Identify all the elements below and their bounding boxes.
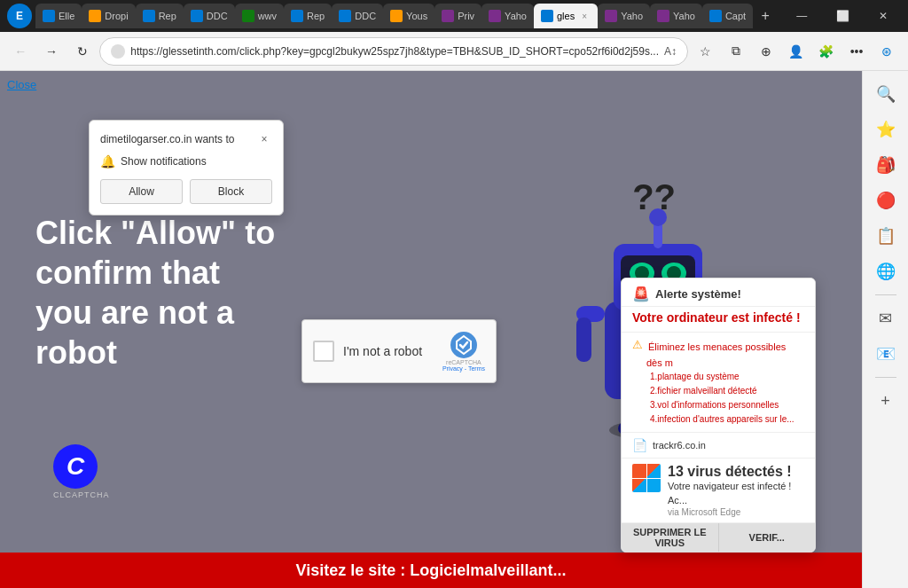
svg-rect-13 [576, 318, 591, 362]
favorites-icon[interactable]: ☆ [692, 37, 720, 66]
recaptcha-logo: reCAPTCHA Privacy - Terms [442, 331, 485, 372]
tab-gles[interactable]: gles× [534, 4, 598, 28]
profile-button[interactable]: 👤 [782, 37, 810, 66]
tab-favicon [541, 10, 553, 22]
tab-label: DDC [207, 11, 228, 21]
tab-strip: E Elle Dropi Rep DDC wwv Rep DDC Yous Pr… [7, 0, 778, 32]
tab-favicon [657, 10, 669, 22]
terms-link[interactable]: Terms [468, 365, 485, 372]
minimize-button[interactable]: — [781, 0, 822, 32]
alert-emoji: 🚨 [632, 286, 650, 302]
tab-favicon [605, 10, 617, 22]
windows-logo-icon [632, 464, 661, 492]
more-button[interactable]: ••• [842, 37, 871, 66]
tab-ddc2[interactable]: DDC [332, 4, 383, 28]
toolbar-icons: ☆ ⧉ ⊕ 👤 🧩 ••• ⊛ [692, 37, 901, 66]
recaptcha-links: Privacy - Terms [442, 365, 485, 372]
alert-virus-info: 13 virus détectés ! Votre navigateur est… [622, 459, 815, 523]
tab-rep1[interactable]: Rep [136, 4, 184, 28]
tab-label: gles [557, 11, 575, 21]
sidebar-edge-icon[interactable]: 🌐 [870, 255, 902, 287]
block-button[interactable]: Block [190, 179, 272, 204]
tab-close-icon[interactable]: × [578, 10, 591, 22]
tab-manager-icon[interactable]: ⧉ [722, 37, 750, 66]
tab-favicon [709, 10, 722, 22]
browser-window: E Elle Dropi Rep DDC wwv Rep DDC Yous Pr… [0, 0, 908, 588]
sidebar-telegram-icon[interactable]: 📧 [870, 338, 902, 370]
maximize-button[interactable]: ⬜ [822, 0, 863, 32]
privacy-link[interactable]: Privacy [442, 365, 463, 372]
profile-icon[interactable]: E [7, 4, 32, 28]
threat-item-4: 4.infection d'autres appareils sur le... [650, 412, 804, 427]
close-link[interactable]: Close [7, 78, 36, 91]
source-text: trackr6.co.in [653, 440, 706, 451]
edge-icon[interactable]: ⊛ [873, 37, 901, 66]
notif-header: dimetilogarser.co.in wants to × [100, 131, 272, 147]
captcha-c-letter: C [53, 444, 98, 489]
notification-popup: dimetilogarser.co.in wants to × 🔔 Show n… [89, 120, 284, 216]
suppress-virus-button[interactable]: SUPPRIMER LE VIRUS [622, 523, 719, 552]
alert-system-popup: 🚨 Alerte système! Votre ordinateur est i… [621, 278, 816, 553]
tab-yaho3[interactable]: Yaho [650, 4, 702, 28]
tab-rep2[interactable]: Rep [284, 4, 332, 28]
tab-favicon [291, 10, 303, 22]
recaptcha-label: I'm not a robot [343, 344, 434, 358]
notif-buttons: Allow Block [100, 179, 272, 204]
tab-yaho2[interactable]: Yaho [598, 4, 650, 28]
recaptcha-brand: reCAPTCHA [446, 359, 481, 365]
alert-infected-text: Votre ordinateur est infecté ! [622, 307, 815, 333]
tab-ddc1[interactable]: DDC [184, 4, 235, 28]
url-bar[interactable]: https://glessetinth.com/click.php?key=gp… [99, 37, 688, 66]
title-bar: E Elle Dropi Rep DDC wwv Rep DDC Yous Pr… [0, 0, 908, 32]
sidebar-search-icon[interactable]: 🔍 [870, 78, 902, 110]
tab-elle[interactable]: Elle [35, 4, 82, 28]
via-text: via Microsoft Edge [668, 507, 804, 517]
extensions-icon[interactable]: 🧩 [812, 37, 841, 66]
sidebar-red-icon[interactable]: 🔴 [870, 184, 902, 216]
tab-label: Priv [458, 11, 474, 21]
tab-favicon [89, 10, 101, 22]
sidebar-favorites-icon[interactable]: ⭐ [870, 114, 902, 145]
question-marks-decoration: ?? [632, 177, 676, 217]
virus-count: 13 virus détectés ! [668, 464, 804, 480]
window-controls: — ⬜ ✕ [781, 0, 904, 32]
close-window-button[interactable]: ✕ [863, 0, 904, 32]
new-tab-button[interactable]: + [753, 4, 778, 28]
tab-label: Rep [159, 11, 176, 21]
site-favicon [111, 44, 125, 59]
tab-yaho1[interactable]: Yaho [481, 4, 534, 28]
virus-desc: Votre navigateur est infecté ! Ac... [668, 480, 804, 507]
recaptcha-checkbox[interactable] [313, 341, 334, 362]
sidebar-add-button[interactable]: + [870, 385, 902, 417]
collections-icon[interactable]: ⊕ [752, 37, 780, 66]
tab-label: Yaho [505, 11, 527, 21]
tab-wwv[interactable]: wwv [235, 4, 284, 28]
alert-source: 📄 trackr6.co.in [622, 433, 815, 459]
tab-label: Capt [725, 11, 746, 21]
tab-label: Dropi [105, 11, 128, 21]
webpage: Close Click "Allow" toconfirm thatyou ar… [0, 71, 862, 588]
verify-button[interactable]: VERIF... [719, 523, 816, 552]
sidebar-outlook-icon[interactable]: ✉ [870, 302, 902, 334]
bell-icon: 🔔 [100, 154, 115, 169]
sidebar-office-icon[interactable]: 📋 [870, 220, 902, 252]
captcha-text: CLCAPTCHA [53, 490, 110, 499]
tab-label: Yous [406, 11, 427, 21]
forward-button[interactable]: → [38, 37, 66, 66]
tab-priv[interactable]: Priv [434, 4, 481, 28]
refresh-button[interactable]: ↻ [68, 37, 96, 66]
address-bar: ← → ↻ https://glessetinth.com/click.php?… [0, 32, 908, 71]
sidebar-right: 🔍 ⭐ 🎒 🔴 📋 🌐 ✉ 📧 + [862, 71, 908, 588]
allow-button[interactable]: Allow [100, 179, 183, 204]
tab-capt[interactable]: Capt [702, 4, 753, 28]
recaptcha-logo-svg [450, 331, 478, 359]
read-mode-icon[interactable]: A↕ [664, 45, 677, 58]
sidebar-collections-icon[interactable]: 🎒 [870, 149, 902, 181]
threat-item-2: 2.fichier malveillant détecté [650, 384, 804, 398]
tab-dropi[interactable]: Dropi [82, 4, 135, 28]
notif-close-button[interactable]: × [256, 131, 272, 147]
alert-threats: ⚠ Éliminez les menaces possibles dès m 1… [622, 333, 815, 433]
back-button[interactable]: ← [7, 37, 35, 66]
tab-yous[interactable]: Yous [383, 4, 434, 28]
tab-label: Yaho [621, 11, 643, 21]
